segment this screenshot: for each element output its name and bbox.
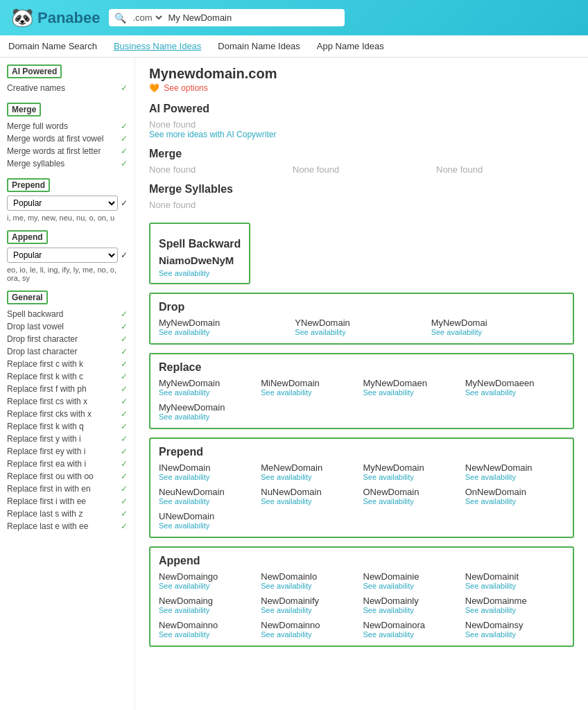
sidebar-item-replace-ey-i[interactable]: Replace first ey with i✓ [7, 445, 128, 458]
append-avail-4[interactable]: See availability [465, 582, 564, 590]
sidebar-item-replace-k-q[interactable]: Replace first k with q✓ [7, 420, 128, 433]
replace-item-5: MyNeewDomain See availability [159, 402, 258, 421]
drop-name-3: MyNewDomai [431, 318, 564, 328]
append-avail-11[interactable]: See availability [363, 630, 462, 639]
prepend-item-6: NuNewDomain See availability [261, 487, 360, 505]
sidebar-item-merge-first-letter[interactable]: Merge words at first letter ✓ [7, 145, 128, 157]
ai-none-found: None found [149, 119, 574, 130]
section-replace: Replace MyNewDomain See availability MiN… [149, 353, 574, 429]
sidebar-label: Merge words at first vowel [7, 134, 103, 144]
search-input[interactable] [168, 12, 339, 23]
sidebar-item-merge-first-vowel[interactable]: Merge words at first vowel ✓ [7, 132, 128, 145]
check-icon-creative: ✓ [121, 83, 128, 93]
prepend-avail-8[interactable]: See availability [465, 497, 564, 505]
replace-avail-2[interactable]: See availability [261, 388, 360, 397]
sidebar-item-drop-last-char[interactable]: Drop last character✓ [7, 345, 128, 358]
sidebar-item-replace-k-c[interactable]: Replace first k with c✓ [7, 370, 128, 383]
sidebar-item-replace-y-i[interactable]: Replace first y with i✓ [7, 433, 128, 445]
section-spell-backward: Spell Backward NiamoDweNyM See availabil… [149, 218, 574, 284]
nav-domain-search[interactable]: Domain Name Search [8, 41, 97, 51]
check-icon: ✓ [121, 409, 128, 419]
prepend-avail-6[interactable]: See availability [261, 497, 360, 505]
tld-select[interactable]: .com .net .org [130, 12, 164, 24]
spell-backward-avail[interactable]: See availability [159, 269, 241, 277]
append-avail-2[interactable]: See availability [261, 582, 360, 590]
replace-avail-1[interactable]: See availability [159, 388, 258, 397]
append-item-2: NewDomainlo See availability [261, 571, 360, 590]
replace-item-4: MyNewDomaeen See availability [465, 378, 564, 397]
append-item-12: NewDomainsy See availability [465, 620, 564, 639]
append-avail-5[interactable]: See availability [159, 606, 258, 614]
sidebar-item-replace-ea-i[interactable]: Replace first ea with i✓ [7, 458, 128, 470]
replace-avail-3[interactable]: See availability [363, 388, 462, 397]
append-avail-6[interactable]: See availability [261, 606, 360, 614]
append-avail-7[interactable]: See availability [363, 606, 462, 614]
replace-avail-4[interactable]: See availability [465, 388, 564, 397]
append-dropdown[interactable]: Popular Custom [7, 248, 118, 263]
see-options-label: See options [164, 83, 207, 93]
check-icon: ✓ [121, 159, 128, 168]
append-item-11: NewDomainora See availability [363, 620, 462, 639]
prepend-avail-3[interactable]: See availability [363, 473, 462, 481]
sidebar-section-general: General Spell backward✓ Drop last vowel✓… [7, 291, 128, 532]
replace-avail-5[interactable]: See availability [159, 413, 258, 421]
sidebar-item-replace-i-ee[interactable]: Replace first i with ee✓ [7, 495, 128, 508]
prepend-dropdown[interactable]: Popular Custom [7, 196, 118, 211]
check-icon: ✓ [121, 447, 128, 456]
prepend-avail-2[interactable]: See availability [261, 473, 360, 481]
drop-avail-3[interactable]: See availability [431, 328, 564, 336]
merge-none-2: None found [293, 164, 431, 175]
sidebar-item-replace-e-ee[interactable]: Replace last e with ee✓ [7, 520, 128, 532]
nav-app-name-ideas[interactable]: App Name Ideas [317, 41, 384, 51]
section-prepend: Prepend INewDomain See availability MeNe… [149, 438, 574, 538]
sidebar-item-merge-syllables[interactable]: Merge syllables ✓ [7, 157, 128, 170]
sidebar-item-merge-full[interactable]: Merge full words ✓ [7, 120, 128, 132]
sidebar-item-spell-backward[interactable]: Spell backward✓ [7, 308, 128, 320]
sidebar-item-replace-cs-x[interactable]: Replace first cs with x✓ [7, 395, 128, 408]
drop-item-1: MyNewDomain See availability [159, 318, 292, 336]
sidebar-item-replace-ou-oo[interactable]: Replace first ou with oo✓ [7, 470, 128, 483]
sidebar-item-replace-cks-x[interactable]: Replace first cks with x✓ [7, 408, 128, 420]
replace-item-2: MiNewDomain See availability [261, 378, 360, 397]
sidebar-item-replace-s-z[interactable]: Replace last s with z✓ [7, 508, 128, 520]
section-drop: Drop MyNewDomain See availability YNewDo… [149, 293, 574, 345]
sidebar-item-drop-last-vowel[interactable]: Drop last vowel✓ [7, 320, 128, 333]
check-icon: ✓ [121, 471, 128, 481]
spell-backward-box: Spell Backward NiamoDweNyM See availabil… [149, 223, 250, 284]
nav-business-name-ideas[interactable]: Business Name Ideas [114, 41, 201, 51]
append-avail-9[interactable]: See availability [159, 630, 258, 639]
prepend-grid: INewDomain See availability MeNewDomain … [159, 462, 564, 530]
prepend-avail-9[interactable]: See availability [159, 521, 258, 530]
prepend-avail-5[interactable]: See availability [159, 497, 258, 505]
see-options-link[interactable]: 🧡 See options [149, 83, 574, 93]
append-avail-12[interactable]: See availability [465, 630, 564, 639]
sidebar-item-replace-c-k[interactable]: Replace first c with k✓ [7, 358, 128, 370]
nav-domain-name-ideas[interactable]: Domain Name Ideas [218, 41, 300, 51]
heart-icon: 🧡 [149, 83, 159, 93]
sidebar-item-replace-in-en[interactable]: Replace first in with en✓ [7, 483, 128, 495]
see-more-ai-link[interactable]: See more ideas with AI Copywriter [149, 130, 574, 139]
check-icon: ✓ [121, 496, 128, 506]
logo-text: Panabee [37, 9, 101, 27]
replace-name-4: MyNewDomaeen [465, 378, 564, 388]
search-icon: 🔍 [114, 12, 126, 24]
append-grid: NewDomaingo See availability NewDomainlo… [159, 571, 564, 639]
sidebar-item-drop-first-char[interactable]: Drop first character✓ [7, 333, 128, 345]
append-avail-3[interactable]: See availability [363, 582, 462, 590]
append-avail-1[interactable]: See availability [159, 582, 258, 590]
prepend-avail-1[interactable]: See availability [159, 473, 258, 481]
check-icon: ✓ [121, 384, 128, 394]
replace-name-5: MyNeewDomain [159, 402, 258, 413]
panda-icon: 🐼 [11, 7, 33, 28]
sidebar-item-replace-f-ph[interactable]: Replace first f with ph✓ [7, 383, 128, 395]
check-icon-append: ✓ [121, 250, 128, 260]
drop-avail-2[interactable]: See availability [295, 328, 428, 336]
prepend-avail-4[interactable]: See availability [465, 473, 564, 481]
prepend-item-7: ONewDomain See availability [363, 487, 462, 505]
prepend-avail-7[interactable]: See availability [363, 497, 462, 505]
append-avail-10[interactable]: See availability [261, 630, 360, 639]
drop-avail-1[interactable]: See availability [159, 328, 292, 336]
replace-name-1: MyNewDomain [159, 378, 258, 388]
sidebar-item-creative-names[interactable]: Creative names ✓ [7, 82, 128, 94]
append-avail-8[interactable]: See availability [465, 606, 564, 614]
